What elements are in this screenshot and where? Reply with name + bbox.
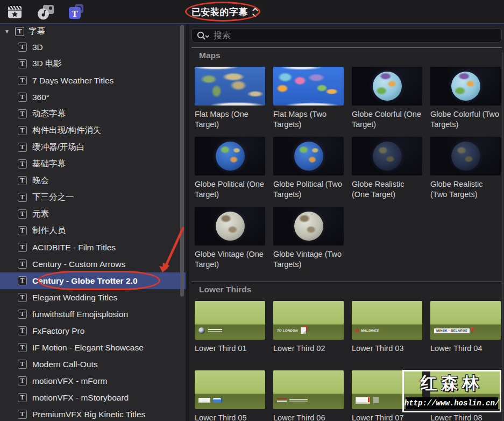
title-thumbnail-cell[interactable]: Globe Realistic (Two Targets) bbox=[430, 137, 501, 200]
titles-icon-glyph: T bbox=[72, 9, 78, 19]
title-thumbnail[interactable] bbox=[273, 207, 344, 245]
title-category-icon: T bbox=[18, 243, 27, 252]
title-thumbnail-cell[interactable]: MINSK - BELARUS Lower Third 04 bbox=[430, 301, 501, 354]
disclosure-triangle-icon[interactable]: ▼ bbox=[4, 29, 11, 34]
sidebar-scrollbar[interactable] bbox=[180, 25, 184, 297]
sidebar-item[interactable]: T Modern Call-Outs bbox=[0, 356, 186, 373]
title-thumbnail-label: Lower Third 04 bbox=[430, 343, 501, 354]
title-thumbnail-cell[interactable]: Globe Colorful (One Target) bbox=[352, 67, 422, 130]
categories-sidebar: ▼ T 字幕 T 3D T 3D 电影 T 7 Days Weather Tit… bbox=[0, 24, 186, 421]
search-bar[interactable] bbox=[191, 28, 502, 43]
title-thumbnail-label: Lower Third 03 bbox=[352, 343, 422, 354]
title-thumbnail-cell[interactable]: Lower Third 01 bbox=[195, 301, 265, 354]
title-thumbnail[interactable] bbox=[195, 207, 265, 245]
sidebar-item[interactable]: T 360° bbox=[0, 89, 186, 106]
title-thumbnail-cell[interactable]: Globe Political (Two Targets) bbox=[273, 137, 344, 200]
titles-grid-panel: Maps Flat Maps (One Target) Flat Maps (T… bbox=[189, 24, 504, 421]
title-thumbnail-cell[interactable]: Globe Vintage (Two Targets) bbox=[273, 207, 344, 270]
title-thumbnail[interactable]: MALDIVES bbox=[352, 301, 422, 340]
title-thumbnail[interactable] bbox=[195, 370, 265, 409]
content-scrollbar[interactable] bbox=[502, 52, 503, 421]
search-icon bbox=[196, 31, 210, 40]
title-thumbnail[interactable] bbox=[430, 370, 501, 409]
title-thumbnail[interactable] bbox=[273, 370, 344, 409]
sidebar-item[interactable]: T 下三分之一 bbox=[0, 189, 186, 206]
sidebar-item[interactable]: T 缓冲器/开场白 bbox=[0, 139, 186, 156]
titles-browser-window: T 已安装的字幕 ▼ T 字幕 T 3D T 3D 电影 T 7 Days We… bbox=[0, 0, 504, 421]
title-thumbnail[interactable] bbox=[430, 137, 501, 176]
title-thumbnail-cell[interactable]: Lower Third 06 bbox=[273, 370, 344, 421]
section-lower-thirds: Lower Thirds Lower Third 01 TO LONDON Lo… bbox=[189, 282, 504, 421]
title-thumbnail[interactable] bbox=[195, 67, 265, 106]
sidebar-item-label: Elegant Wedding Titles bbox=[32, 293, 117, 303]
title-thumbnail[interactable] bbox=[273, 67, 344, 106]
sidebar-item[interactable]: T 3D 电影 bbox=[0, 55, 186, 72]
search-input[interactable] bbox=[214, 31, 501, 40]
title-thumbnail[interactable] bbox=[352, 67, 422, 106]
globe-sphere-graphic bbox=[451, 142, 480, 171]
sidebar-item[interactable]: T motionVFX - mStoryboard bbox=[0, 389, 186, 406]
sidebar-item[interactable]: T funwithstuff Emojisplosion bbox=[0, 306, 186, 322]
title-thumbnail-label: Lower Third 01 bbox=[195, 343, 265, 354]
title-thumbnail-cell[interactable]: Globe Colorful (Two Targets) bbox=[430, 67, 501, 130]
title-thumbnail[interactable] bbox=[430, 67, 501, 106]
photos-audio-browser-icon[interactable] bbox=[37, 4, 55, 20]
title-thumbnail[interactable]: TO LONDON bbox=[273, 301, 344, 340]
title-thumbnail-cell[interactable]: Flat Maps (Two Targets) bbox=[273, 67, 344, 130]
title-thumbnail-cell[interactable]: Lower Third 08 bbox=[430, 370, 501, 421]
sidebar-root-titles[interactable]: ▼ T 字幕 bbox=[0, 24, 186, 39]
sidebar-item-label: funwithstuff Emojisplosion bbox=[32, 310, 128, 319]
sidebar-item[interactable]: T 制作人员 bbox=[0, 222, 186, 239]
sidebar-item-label: IF Motion - Elegant Showcase bbox=[32, 343, 144, 353]
lower-third-badge-graphic: MALDIVES bbox=[356, 326, 379, 335]
title-category-icon: T bbox=[18, 326, 27, 335]
sidebar-item[interactable]: T FxFactory Pro bbox=[0, 322, 186, 339]
sidebar-item[interactable]: T 3D bbox=[0, 39, 186, 55]
title-thumbnail-cell[interactable]: Flat Maps (One Target) bbox=[195, 67, 265, 130]
section-divider bbox=[191, 47, 502, 48]
title-thumbnail-cell[interactable]: Globe Realistic (One Target) bbox=[352, 137, 422, 200]
sidebar-item[interactable]: T 元素 bbox=[0, 206, 186, 222]
sidebar-item[interactable]: T Elegant Wedding Titles bbox=[0, 289, 186, 306]
title-thumbnail-cell[interactable]: Globe Political (One Target) bbox=[195, 137, 265, 200]
collection-dropdown[interactable]: 已安装的字幕 bbox=[191, 5, 259, 19]
title-category-icon: T bbox=[18, 393, 27, 402]
title-thumbnail-cell[interactable]: MALDIVES Lower Third 03 bbox=[352, 301, 422, 354]
title-thumbnail[interactable] bbox=[273, 137, 344, 176]
lower-third-badge-graphic: TO LONDON bbox=[277, 326, 306, 335]
titles-generators-icon[interactable]: T bbox=[68, 4, 86, 20]
sidebar-item-selected[interactable]: T Century - Globe Trotter 2.0 bbox=[0, 272, 186, 289]
sidebar-item[interactable]: T 晚会 bbox=[0, 172, 186, 189]
title-thumbnail[interactable] bbox=[195, 137, 265, 176]
sidebar-item[interactable]: T 基础字幕 bbox=[0, 156, 186, 172]
media-browser-icon[interactable] bbox=[7, 4, 25, 20]
sidebar-item[interactable]: T IF Motion - Elegant Showcase bbox=[0, 339, 186, 356]
title-thumbnail-cell[interactable]: Lower Third 07 bbox=[352, 370, 422, 421]
sidebar-item-label: Century - Custom Arrows bbox=[32, 259, 125, 269]
sidebar-item[interactable]: T 构件出现/构件消失 bbox=[0, 122, 186, 139]
sidebar-item[interactable]: T Century - Custom Arrows bbox=[0, 256, 186, 272]
sidebar-item[interactable]: T PremiumVFX Big Kinetic Titles bbox=[0, 406, 186, 421]
title-thumbnail[interactable] bbox=[195, 301, 265, 340]
lower-third-badge-graphic bbox=[356, 395, 379, 405]
title-thumbnail[interactable] bbox=[352, 370, 422, 409]
title-thumbnail-label: Lower Third 02 bbox=[273, 343, 344, 354]
title-thumbnail[interactable]: MINSK - BELARUS bbox=[430, 301, 501, 340]
chevron-up-down-icon bbox=[252, 6, 259, 19]
maps-grid: Flat Maps (One Target) Flat Maps (Two Ta… bbox=[195, 67, 504, 277]
title-thumbnail-cell[interactable]: Lower Third 05 bbox=[195, 370, 265, 421]
sidebar-category-list: T 3D T 3D 电影 T 7 Days Weather Titles T 3… bbox=[0, 39, 186, 421]
sidebar-item-label: 构件出现/构件消失 bbox=[32, 125, 101, 136]
title-category-icon: T bbox=[18, 259, 27, 269]
title-thumbnail-cell[interactable]: Globe Vintage (One Target) bbox=[195, 207, 265, 270]
title-thumbnail-label: Lower Third 06 bbox=[273, 413, 344, 421]
sidebar-item[interactable]: T 动态字幕 bbox=[0, 106, 186, 122]
title-thumbnail-label: Globe Political (One Target) bbox=[195, 179, 265, 200]
title-thumbnail-label: Flat Maps (One Target) bbox=[195, 109, 265, 130]
title-thumbnail[interactable] bbox=[352, 137, 422, 176]
title-thumbnail-cell[interactable]: TO LONDON Lower Third 02 bbox=[273, 301, 344, 354]
lower-third-badge-graphic bbox=[434, 395, 457, 405]
sidebar-item[interactable]: T ACIDBITE - Film Titles bbox=[0, 239, 186, 256]
sidebar-item[interactable]: T motionVFX - mForm bbox=[0, 373, 186, 389]
sidebar-item[interactable]: T 7 Days Weather Titles bbox=[0, 72, 186, 89]
